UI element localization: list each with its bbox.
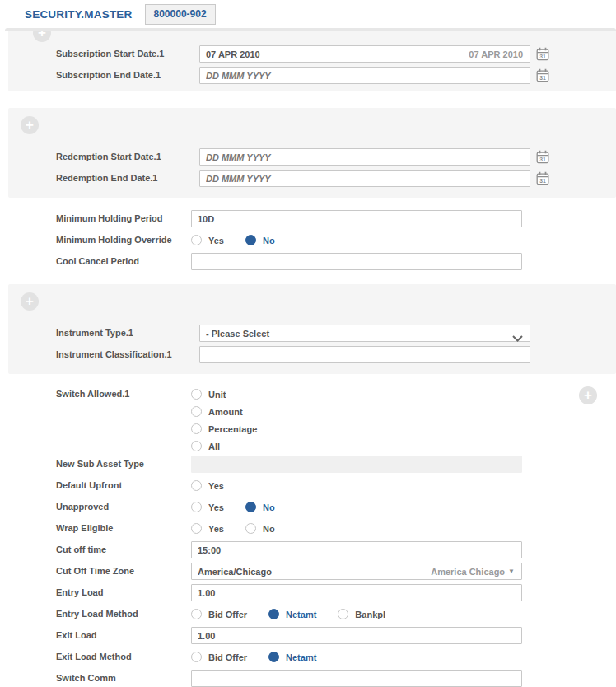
minimum-holding-period-row: Minimum Holding Period <box>0 208 616 229</box>
switch-comm-row: Switch Comm <box>0 668 616 687</box>
entry-load-method-row: Entry Load Method Bid Offer Netamt Bankp… <box>0 604 616 624</box>
subscription-end-date-input[interactable] <box>199 67 530 84</box>
new-sub-asset-type-input <box>191 456 522 473</box>
redemption-end-date-calendar-button[interactable]: 31 <box>536 171 549 185</box>
entry-load-method-netamt-radio[interactable]: Netamt <box>268 609 316 619</box>
instrument-type-row: Instrument Type.1 - Please Select <box>8 323 616 344</box>
minimum-holding-override-row: Minimum Holding Override Yes No <box>0 230 616 250</box>
subscription-start-date-label: Subscription Start Date.1 <box>8 49 199 59</box>
exit-load-method-bid-offer-radio[interactable]: Bid Offer <box>191 652 247 662</box>
subscription-end-date-row: Subscription End Date.1 31 <box>8 65 616 86</box>
cut-off-time-label: Cut off time <box>0 544 191 555</box>
unapproved-row: Unapproved Yes No <box>0 497 616 517</box>
add-instrument-row-button[interactable]: + <box>21 292 39 311</box>
switch-allowed-label: Switch Allowed.1 <box>0 386 191 400</box>
add-subscription-row-button[interactable]: + <box>33 31 51 42</box>
instrument-classification-input[interactable] <box>199 346 530 363</box>
radio-checked-icon <box>245 502 256 512</box>
entry-load-method-label: Entry Load Method <box>0 609 191 619</box>
exit-load-label: Exit Load <box>0 630 191 641</box>
radio-icon <box>245 523 256 534</box>
entry-load-label: Entry Load <box>0 587 191 598</box>
subscription-start-date-input[interactable] <box>199 45 530 63</box>
radio-icon <box>191 609 202 619</box>
switch-allowed-radio-group: Unit Amount Percentage All <box>191 386 278 453</box>
unapproved-label: Unapproved <box>0 502 191 512</box>
subscription-start-date-calendar-button[interactable]: 31 <box>536 47 549 61</box>
radio-icon <box>191 235 202 245</box>
instrument-classification-row: Instrument Classification.1 <box>8 344 616 365</box>
radio-icon <box>191 423 202 434</box>
subscription-end-date-calendar-button[interactable]: 31 <box>536 68 549 82</box>
wrap-eligible-yes-radio[interactable]: Yes <box>191 523 224 534</box>
minimum-holding-override-yes-radio[interactable]: Yes <box>191 235 224 245</box>
redemption-end-date-input[interactable] <box>199 170 530 187</box>
radio-icon <box>191 652 202 662</box>
switch-allowed-all-radio[interactable]: All <box>191 441 220 451</box>
add-redemption-row-button[interactable]: + <box>21 116 39 134</box>
redemption-end-date-label: Redemption End Date.1 <box>8 173 199 184</box>
switch-comm-label: Switch Comm <box>0 673 191 684</box>
svg-text:31: 31 <box>539 54 546 59</box>
cut-off-time-input[interactable] <box>191 541 522 558</box>
switch-allowed-row: Switch Allowed.1 Unit Amount Percentage … <box>0 386 616 453</box>
wrap-eligible-row: Wrap Eligible Yes No <box>0 518 616 539</box>
entry-load-input[interactable] <box>191 584 522 601</box>
calendar-icon: 31 <box>536 68 549 82</box>
instrument-type-label: Instrument Type.1 <box>8 328 199 339</box>
wrap-eligible-label: Wrap Eligible <box>0 523 191 534</box>
switch-allowed-unit-radio[interactable]: Unit <box>191 389 226 400</box>
radio-icon <box>191 441 202 451</box>
radio-checked-icon <box>268 609 279 619</box>
wrap-eligible-radio-group: Yes No <box>191 523 296 534</box>
minimum-holding-period-input[interactable] <box>191 210 522 227</box>
cut-off-time-zone-row: Cut Off Time Zone America Chicago ▼ <box>0 561 616 582</box>
instrument-type-select[interactable]: - Please Select <box>199 325 530 342</box>
exit-load-input[interactable] <box>191 627 522 644</box>
radio-icon <box>338 609 348 619</box>
minimum-holding-override-no-radio[interactable]: No <box>245 235 275 245</box>
cool-cancel-period-input[interactable] <box>191 253 522 270</box>
default-upfront-yes-radio[interactable]: Yes <box>191 480 224 491</box>
wrap-eligible-no-radio[interactable]: No <box>245 523 275 534</box>
new-sub-asset-type-label: New Sub Asset Type <box>0 459 191 470</box>
entry-load-method-radio-group: Bid Offer Netamt Bankpl <box>191 609 407 619</box>
entry-load-method-bankpl-radio[interactable]: Bankpl <box>338 609 385 619</box>
redemption-start-date-input[interactable] <box>199 148 530 166</box>
exit-load-method-label: Exit Load Method <box>0 652 191 662</box>
radio-icon <box>191 480 202 491</box>
calendar-icon: 31 <box>536 47 549 61</box>
radio-icon <box>191 406 202 417</box>
svg-text:31: 31 <box>539 178 546 184</box>
holding-group: Minimum Holding Period Minimum Holding O… <box>0 208 616 272</box>
switch-comm-input[interactable] <box>191 670 522 687</box>
unapproved-no-radio[interactable]: No <box>245 502 275 512</box>
exit-load-method-netamt-radio[interactable]: Netamt <box>268 652 316 662</box>
unapproved-yes-radio[interactable]: Yes <box>191 502 224 512</box>
exit-load-method-radio-group: Bid Offer Netamt <box>191 652 338 662</box>
new-sub-asset-type-row: New Sub Asset Type <box>0 454 616 474</box>
redemption-start-date-calendar-button[interactable]: 31 <box>536 150 549 164</box>
svg-text:31: 31 <box>539 75 546 81</box>
redemption-start-date-row: Redemption Start Date.1 31 <box>8 147 616 167</box>
minimum-holding-override-radio-group: Yes No <box>191 235 296 245</box>
redemption-dates-panel: + Redemption Start Date.1 31 Redemption … <box>8 108 616 198</box>
cut-off-time-zone-input[interactable] <box>191 563 522 580</box>
page-header: SECURITY.MASTER 800000-902 <box>0 0 616 28</box>
entry-load-method-bid-offer-radio[interactable]: Bid Offer <box>191 609 247 619</box>
tab-800000-902[interactable]: 800000-902 <box>145 4 216 25</box>
switch-allowed-amount-radio[interactable]: Amount <box>191 406 243 417</box>
redemption-end-date-row: Redemption End Date.1 31 <box>8 168 616 189</box>
default-upfront-row: Default Upfront Yes <box>0 475 616 496</box>
calendar-icon: 31 <box>536 150 549 164</box>
switch-allowed-percentage-radio[interactable]: Percentage <box>191 423 257 434</box>
calendar-icon: 31 <box>536 171 549 185</box>
page-title: SECURITY.MASTER <box>25 8 133 21</box>
entry-load-row: Entry Load <box>0 582 616 603</box>
unapproved-radio-group: Yes No <box>191 502 296 512</box>
radio-icon <box>191 502 202 512</box>
instrument-classification-label: Instrument Classification.1 <box>8 349 199 360</box>
cut-off-time-zone-label: Cut Off Time Zone <box>0 566 191 577</box>
add-switch-row-button[interactable]: + <box>579 386 597 404</box>
cool-cancel-period-label: Cool Cancel Period <box>0 256 191 267</box>
